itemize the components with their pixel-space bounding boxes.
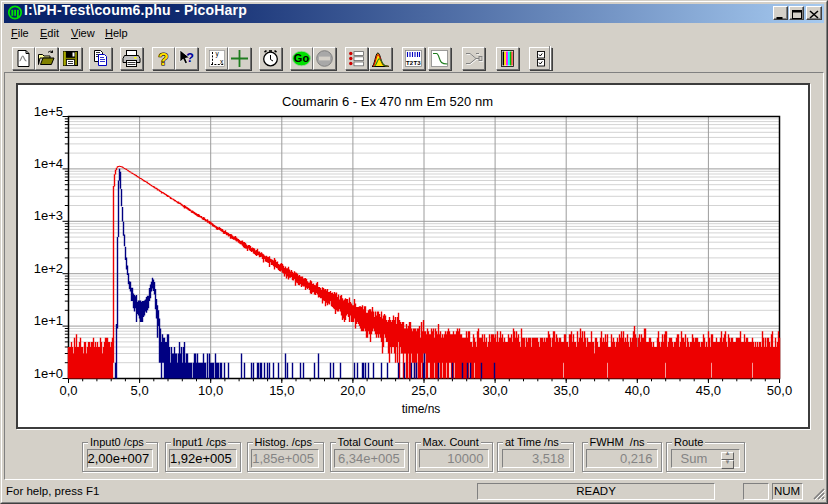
- svg-text:T3: T3: [413, 59, 421, 65]
- svg-text:Go: Go: [294, 52, 310, 64]
- svg-text:?: ?: [158, 49, 168, 68]
